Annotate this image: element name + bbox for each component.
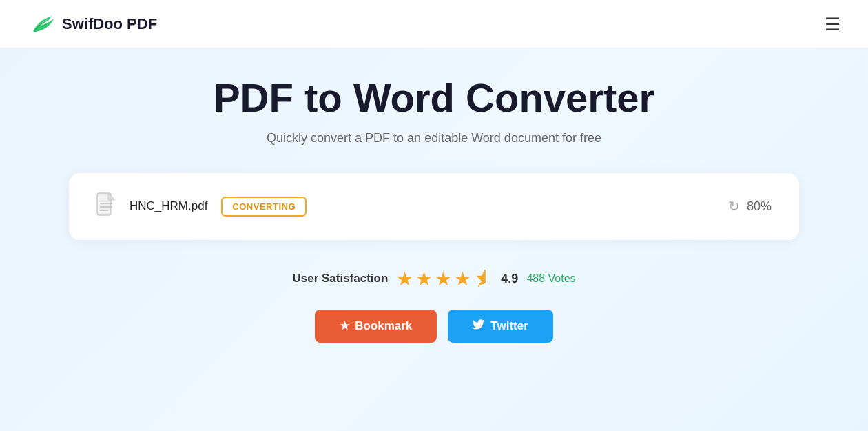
page-title: PDF to Word Converter: [14, 76, 854, 120]
rating-number: 4.9: [501, 272, 518, 286]
star-4: ★: [454, 268, 471, 290]
stars-container: ★ ★ ★ ★ ⯨: [396, 268, 493, 290]
satisfaction-row: User Satisfaction ★ ★ ★ ★ ⯨ 4.9 488 Vote…: [14, 268, 854, 290]
file-icon: [96, 192, 116, 221]
spinner-icon: ↻: [728, 198, 740, 214]
star-1: ★: [396, 268, 413, 290]
twitter-bird-icon: [473, 319, 485, 333]
bookmark-star-icon: ★: [340, 319, 349, 332]
action-buttons: ★ Bookmark Twitter: [14, 310, 854, 343]
progress-percent: 80%: [747, 199, 772, 214]
hero-subtitle: Quickly convert a PDF to an editable Wor…: [14, 131, 854, 146]
bookmark-button[interactable]: ★ Bookmark: [315, 310, 437, 343]
file-name: HNC_HRM.pdf: [130, 199, 207, 213]
satisfaction-label: User Satisfaction: [292, 272, 388, 285]
navbar: SwifDoo PDF ☰: [0, 0, 868, 48]
star-2: ★: [415, 268, 433, 290]
conversion-box: HNC_HRM.pdf CONVERTING ↻ 80%: [69, 173, 799, 240]
progress-area: ↻ 80%: [728, 198, 772, 214]
votes-count: 488 Votes: [526, 272, 575, 285]
logo-area: SwifDoo PDF: [28, 10, 157, 38]
logo-icon: [28, 10, 55, 38]
twitter-label: Twitter: [490, 319, 528, 333]
twitter-button[interactable]: Twitter: [448, 310, 552, 343]
converting-badge: CONVERTING: [221, 197, 307, 217]
bookmark-label: Bookmark: [355, 319, 412, 333]
hamburger-menu[interactable]: ☰: [825, 15, 840, 33]
logo-text: SwifDoo PDF: [62, 15, 157, 33]
star-5-half: ⯨: [473, 268, 493, 290]
star-3: ★: [435, 268, 452, 290]
hero-section: PDF to Word Converter Quickly convert a …: [0, 48, 868, 431]
